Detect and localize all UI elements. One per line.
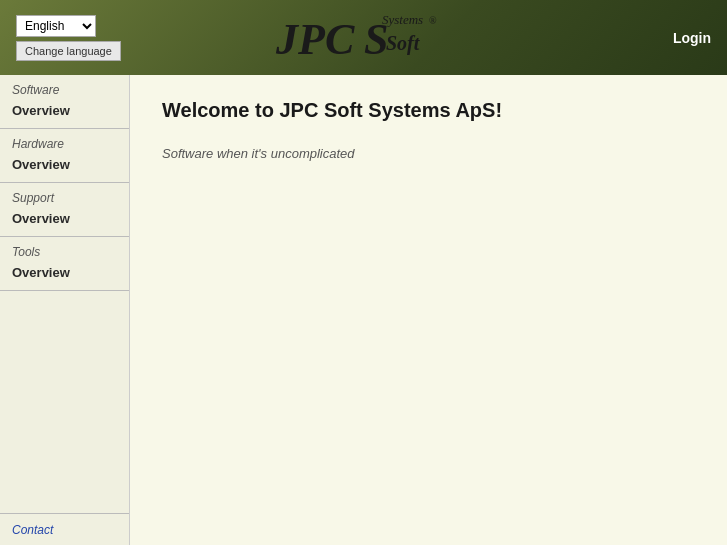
sidebar-section-software: Software Overview [0, 75, 129, 129]
sidebar-overview-link-tools[interactable]: Overview [0, 263, 129, 284]
sidebar-nav: Software Overview Hardware Overview Supp… [0, 75, 129, 513]
svg-text:Systems: Systems [382, 12, 423, 27]
contact-link[interactable]: Contact [12, 523, 53, 537]
sidebar-section-hardware: Hardware Overview [0, 129, 129, 183]
header-logo: JPC S Systems ® Soft [274, 8, 454, 68]
svg-text:Soft: Soft [386, 32, 421, 55]
sidebar-overview-link-hardware[interactable]: Overview [0, 155, 129, 176]
main-content: Welcome to JPC Soft Systems ApS! Softwar… [130, 75, 727, 545]
sidebar-section-tools: Tools Overview [0, 237, 129, 291]
sidebar-footer: Contact [0, 513, 129, 545]
login-link[interactable]: Login [673, 30, 711, 46]
sidebar-section-label-hardware: Hardware [0, 137, 129, 151]
sidebar: Software Overview Hardware Overview Supp… [0, 75, 130, 545]
language-select[interactable]: English Danish German [16, 15, 96, 37]
svg-text:®: ® [429, 15, 437, 26]
language-selector-wrapper: English Danish German [16, 15, 121, 37]
sidebar-section-label-tools: Tools [0, 245, 129, 259]
header-left: English Danish German Change language [16, 15, 121, 61]
sidebar-section-support: Support Overview [0, 183, 129, 237]
layout: Software Overview Hardware Overview Supp… [0, 75, 727, 545]
svg-text:JPC: JPC [275, 15, 355, 64]
change-language-button[interactable]: Change language [16, 41, 121, 61]
sidebar-section-label-support: Support [0, 191, 129, 205]
sidebar-overview-link-software[interactable]: Overview [0, 101, 129, 122]
tagline: Software when it's uncomplicated [162, 146, 695, 161]
sidebar-overview-link-support[interactable]: Overview [0, 209, 129, 230]
welcome-title: Welcome to JPC Soft Systems ApS! [162, 99, 695, 122]
logo-svg: JPC S Systems ® Soft [274, 8, 454, 68]
header: English Danish German Change language JP… [0, 0, 727, 75]
sidebar-section-label-software: Software [0, 83, 129, 97]
